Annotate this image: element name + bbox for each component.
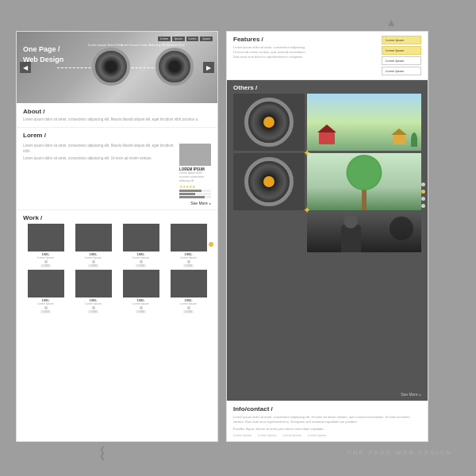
work-thumb-3 bbox=[123, 224, 159, 251]
nav-item-3[interactable]: Lorem bbox=[186, 36, 199, 41]
work-dot-2 bbox=[92, 260, 95, 263]
work-tag-1: // 1996 bbox=[40, 264, 51, 267]
info-text: Lorem ipsum dolor sit amet, consectetur … bbox=[233, 415, 421, 424]
art-block-1 bbox=[307, 94, 421, 151]
work-dot-7 bbox=[140, 306, 143, 309]
work-name-3: Lorem Ipsum bbox=[132, 256, 148, 259]
info-nav-4[interactable]: Lorem Ipsum bbox=[308, 433, 326, 437]
work-tag-4: // 1996 bbox=[183, 264, 194, 267]
work-thumb-4 bbox=[171, 224, 207, 251]
hero-prev-button[interactable]: ◀ bbox=[20, 62, 31, 73]
work-item-6: 1995. Lorem Ipsum // 1996 bbox=[71, 270, 116, 313]
work-dot-4 bbox=[187, 260, 190, 263]
vinyl-container-1 bbox=[233, 94, 305, 151]
progress-bar-1 bbox=[179, 190, 211, 192]
work-item-2: 1995. Lorem Ipsum // 1996 bbox=[71, 224, 116, 267]
features-left: Features / Lorem ipsum dolor sit amet, c… bbox=[233, 36, 378, 75]
work-item-3: 1995. Lorem Ipsum // 1996 bbox=[118, 224, 163, 267]
info-subtext: Exceftur Sigua, dictum sit amet justo do… bbox=[233, 427, 421, 431]
work-item-8: 1995. Lorem Ipsum // 1996 bbox=[166, 270, 211, 313]
work-thumb-8 bbox=[171, 270, 207, 298]
lorem-text: Lorem ipsum dolor sit amet, consectetur … bbox=[23, 144, 175, 199]
hero-subtitle: Lorem Ipsum Dolor Sit Amet Consec Cetur … bbox=[88, 43, 185, 48]
work-grid: 1995. Lorem Ipsum // 1996 1995. Lorem Ip… bbox=[23, 224, 211, 313]
nav-item-2[interactable]: Ipsum bbox=[172, 36, 185, 41]
info-nav-3[interactable]: Lorem Ipsum bbox=[283, 433, 301, 437]
feature-box-4[interactable]: Lorem Ipsum bbox=[382, 67, 421, 75]
see-more-link[interactable]: See More » bbox=[23, 201, 211, 205]
art-block-3 bbox=[307, 213, 421, 252]
work-name-2: Lorem Ipsum bbox=[85, 256, 101, 259]
bottom-arrow-icon[interactable]: ❮ ❮ bbox=[99, 445, 106, 460]
lorem-content: Lorem ipsum dolor sit amet, consectetur … bbox=[23, 144, 211, 199]
features-right: Lorem Ipsum Lorem Ipsum Lorem Ipsum Lore… bbox=[382, 36, 421, 75]
others-dots bbox=[421, 182, 425, 208]
work-dot-8 bbox=[187, 306, 190, 309]
work-tag-7: // 1996 bbox=[136, 310, 146, 313]
lorem-title: Lorem / bbox=[23, 132, 211, 139]
info-nav-1[interactable]: Lorem Ipsum bbox=[233, 433, 251, 437]
work-name-5: Lorem Ipsum bbox=[37, 302, 53, 305]
footer-label: ONE PAGE WEB DESIGN bbox=[347, 449, 452, 456]
work-tag-3: // 1996 bbox=[136, 264, 146, 267]
art-block-2 bbox=[307, 153, 421, 210]
work-name-8: Lorem Ipsum bbox=[180, 302, 196, 305]
feature-box-2[interactable]: Lorem Ipsum bbox=[382, 46, 421, 55]
nav-item-1[interactable]: Lorem bbox=[158, 36, 171, 41]
hero-next-button[interactable]: ▶ bbox=[203, 62, 214, 73]
dot-3[interactable] bbox=[421, 197, 425, 201]
work-name-7: Lorem Ipsum bbox=[132, 302, 148, 305]
about-title: About / bbox=[23, 108, 211, 115]
hero-vinyl-1 bbox=[92, 48, 130, 86]
about-text: Lorem ipsum dolor sit amet, consectetur … bbox=[23, 117, 211, 122]
work-tag-5: // 1996 bbox=[40, 310, 51, 313]
work-thumb-6 bbox=[75, 270, 112, 298]
dot-4[interactable] bbox=[421, 204, 425, 208]
feature-box-1[interactable]: Lorem Ipsum bbox=[382, 36, 421, 44]
work-thumb-2 bbox=[75, 224, 112, 251]
work-name-1: Lorem Ipsum bbox=[37, 256, 53, 259]
work-tag-2: // 1996 bbox=[88, 264, 98, 267]
work-item-4: 1995. Lorem Ipsum // 1996 bbox=[166, 224, 211, 267]
info-title: Info/contact / bbox=[233, 405, 421, 413]
hero-vinyl-2 bbox=[155, 48, 194, 86]
work-item-5: 1995. Lorem Ipsum // 1996 bbox=[23, 270, 68, 313]
progress-bar-3 bbox=[179, 196, 211, 198]
hero-section: Lorem Ipsum Lorem Ipsum One Page /Web De… bbox=[17, 32, 217, 103]
work-name-6: Lorem Ipsum bbox=[85, 302, 101, 305]
features-text: Lorem ipsum dolor sit amet, consectetur … bbox=[233, 45, 378, 60]
top-arrow-icon[interactable]: ▲ bbox=[386, 16, 397, 29]
timeline-dot bbox=[209, 242, 213, 247]
lorem-thumbnail bbox=[179, 144, 211, 166]
others-see-more-link[interactable]: See More » bbox=[233, 392, 421, 397]
features-title: Features / bbox=[233, 36, 378, 43]
work-section: Work / 1995. Lorem Ipsum // 1996 1995. bbox=[17, 210, 217, 317]
work-item-7: 1995. Lorem Ipsum // 1996 bbox=[118, 270, 163, 313]
vinyl-container-2 bbox=[233, 153, 305, 210]
work-title: Work / bbox=[23, 214, 211, 221]
progress-bar-2 bbox=[179, 193, 211, 195]
vinyl-disc-1 bbox=[244, 98, 294, 147]
nav-item-4[interactable]: Ipsum bbox=[200, 36, 213, 41]
main-container: ▲ Lorem Ipsum Lorem Ipsum One Page /Web … bbox=[16, 16, 460, 460]
right-page: Features / Lorem ipsum dolor sit amet, c… bbox=[226, 31, 428, 442]
about-section: About / Lorem ipsum dolor sit amet, cons… bbox=[17, 103, 217, 128]
work-tag-8: // 1996 bbox=[183, 310, 194, 313]
rating-stars: ★★★★★ bbox=[179, 184, 211, 189]
dot-1[interactable] bbox=[421, 182, 425, 186]
star-marker-1: ✦ bbox=[303, 148, 311, 159]
others-vinyl-col bbox=[233, 94, 305, 390]
work-thumb-1 bbox=[28, 224, 64, 251]
info-section: Info/contact / Lorem ipsum dolor sit ame… bbox=[227, 401, 428, 441]
info-nav-2[interactable]: Lorem Ipsum bbox=[258, 433, 276, 437]
features-section: Features / Lorem ipsum dolor sit amet, c… bbox=[227, 32, 428, 80]
progress-fill-3 bbox=[179, 196, 205, 198]
pages-wrapper: Lorem Ipsum Lorem Ipsum One Page /Web De… bbox=[16, 31, 460, 442]
feature-box-3[interactable]: Lorem Ipsum bbox=[382, 56, 421, 65]
vinyl-disc-2 bbox=[244, 157, 294, 206]
work-thumb-5 bbox=[28, 270, 64, 298]
lorem-section: Lorem / Lorem ipsum dolor sit amet, cons… bbox=[17, 128, 217, 210]
dot-2[interactable] bbox=[421, 190, 425, 194]
work-dot-6 bbox=[92, 306, 95, 309]
work-dot-5 bbox=[44, 306, 48, 309]
